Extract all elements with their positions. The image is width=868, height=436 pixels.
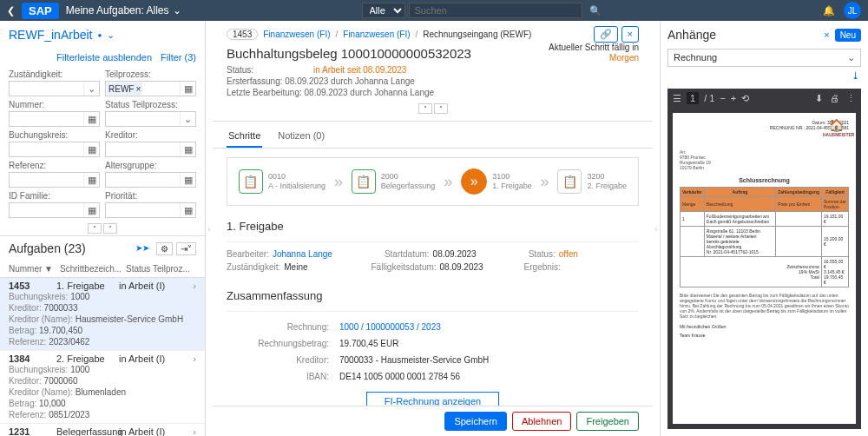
teilprozess-input[interactable]: REWF×▦ [105,81,196,96]
chevron-down-icon: ⌄ [173,4,181,17]
step-current-icon: » [461,168,487,195]
document-preview: 🏠HAUSMEISTER Datum: 30.03.2021RECHNUNG N… [673,113,856,424]
tab-schritte[interactable]: Schritte [227,125,262,148]
chevron-right-icon: › [193,281,196,291]
step-future-icon: 📋 [557,169,582,194]
step-done-icon: 📋 [352,169,376,194]
sap-logo: SAP [22,3,59,19]
back-icon[interactable]: ❮ [7,5,15,17]
page-input[interactable]: 1 [687,92,699,104]
bell-icon[interactable]: 🔔 [823,5,835,17]
status-teilprozess-input[interactable]: ⌄ [105,111,196,127]
section-freigabe: 1. Freigabe [227,215,639,242]
editor-link[interactable]: Johanna Lange [273,249,332,259]
sidebar-icon[interactable]: ☰ [673,93,681,104]
export-button[interactable]: ⇥˅ [176,242,196,255]
search-input[interactable] [409,3,582,18]
invoice-link[interactable]: 1000 / 1000000053 / 2023 [339,322,639,332]
forward-button[interactable]: ➤➤ [132,242,153,255]
attachment-type-select[interactable]: Rechnung⌄ [667,49,861,67]
nummer-input[interactable]: ▦ [9,111,100,127]
chevron-right-icon: › [193,426,196,436]
breadcrumb: 1453 Finanzwesen (FI)/ Finanzwesen (FI)/… [227,26,639,43]
kreditor-input[interactable]: ▦ [105,142,196,157]
collapse-down-icon[interactable]: ˅ [434,103,448,114]
center-panel: 1453 Finanzwesen (FI)/ Finanzwesen (FI)/… [213,21,653,436]
prioritaet-input[interactable]: ▦ [105,202,196,218]
step-done-icon: 📋 [239,169,263,194]
task-row[interactable]: 14531. Freigabein Arbeit (I)›Buchungskre… [0,278,205,351]
page-title-top[interactable]: Meine Aufgaben: Alles ⌄ [66,4,181,17]
close-icon[interactable]: × [824,30,829,40]
new-button[interactable]: Neu [835,29,861,42]
approve-button[interactable]: Freigeben [576,412,639,431]
collapse-down-icon[interactable]: ˅ [103,223,117,234]
col-nummer[interactable]: Nummer ▼ [9,264,56,274]
filter-token: REWF× [107,83,142,95]
variant-title[interactable]: REWF_inArbeit [9,28,92,42]
top-bar: ❮ SAP Meine Aufgaben: Alles ⌄ Alle 🔍 🔔 J… [0,0,868,21]
remove-token-icon[interactable]: × [135,84,141,94]
search-scope-select[interactable]: Alle [362,3,405,18]
attachments-title: Anhänge [667,28,716,42]
more-icon[interactable]: ⋮ [846,93,856,104]
col-step[interactable]: Schrittbezeich... [60,264,122,274]
download-icon[interactable]: ⤓ [667,67,861,85]
chevron-right-icon: › [193,353,196,364]
splitter[interactable]: ‹ [653,21,660,436]
status-value: in Arbeit seit 08.09.2023 [313,65,406,75]
section-summary: Zusammenfassung [227,284,639,312]
pdf-viewer: ☰ 1 / 1 − + ⟲ ⬇ 🖨 ⋮ 🏠HAUSMEISTER Datum: … [667,89,861,429]
modified-indicator: ● [97,31,102,39]
save-button[interactable]: Speichern [444,412,507,431]
col-status[interactable]: Status Teilproz... [126,264,196,274]
process-flow: 📋0010A - Initialisierung » 📋2000Belegerf… [227,157,639,206]
bc-link[interactable]: Finanzwesen (FI) [343,30,410,39]
bc-link[interactable]: Finanzwesen (FI) [263,30,330,39]
hide-filters-link[interactable]: Filterleiste ausblenden [56,52,152,63]
first-entry: Ersterfassung: 08.09.2023 durch Johanna … [227,76,639,87]
link-icon[interactable]: 🔗 [594,26,618,43]
last-edit: Letzte Bearbeitung: 08.09.2023 durch Joh… [227,87,639,98]
zoom-out-icon[interactable]: − [720,93,725,103]
collapse-up-icon[interactable]: ˄ [88,223,102,234]
buchungskreis-input[interactable]: ▦ [9,142,100,157]
reject-button[interactable]: Ablehnen [512,412,572,431]
id-badge: 1453 [227,29,258,40]
splitter[interactable]: › [206,21,213,436]
left-panel: REWF_inArbeit ● ⌄ Filterleiste ausblende… [0,21,206,436]
bc-current: Rechnungseingang (REWF) [423,30,531,39]
zoom-in-icon[interactable]: + [731,93,736,103]
search-icon[interactable]: 🔍 [586,5,605,17]
task-row[interactable]: 1231Belegerfassungin Arbeit (I)› [0,424,205,436]
due-value: Morgen [549,53,639,63]
id-familie-input[interactable]: ▦ [9,202,100,218]
collapse-up-icon[interactable]: ˄ [418,103,432,114]
attachments-panel: Anhänge × Neu Rechnung⌄ ⤓ ☰ 1 / 1 − + ⟲ … [660,21,868,436]
zustaendigkeit-input[interactable]: ⌄ [9,81,100,96]
tasks-heading: Aufgaben (23) [9,241,86,255]
print-icon[interactable]: 🖨 [830,93,839,104]
tab-notizen[interactable]: Notizen (0) [276,125,326,148]
close-icon[interactable]: × [621,26,639,43]
zoom-reset-icon[interactable]: ⟲ [741,93,749,104]
due-label: Aktueller Schritt fällig in [549,43,639,53]
gear-icon[interactable]: ⚙ [156,242,173,255]
chevron-down-icon[interactable]: ⌄ [107,30,115,41]
chevron-down-icon: ⌄ [847,52,855,63]
task-row[interactable]: 13842. Freigabein Arbeit (I)›Buchungskre… [0,351,205,424]
referenz-input[interactable]: ▦ [9,172,100,188]
filter-count-link[interactable]: Filter (3) [161,52,196,63]
download-icon[interactable]: ⬇ [815,93,823,104]
altersgruppe-input[interactable]: ▦ [105,172,196,188]
show-fi-invoice-button[interactable]: FI-Rechnung anzeigen [366,392,499,406]
avatar[interactable]: JL [844,2,861,19]
